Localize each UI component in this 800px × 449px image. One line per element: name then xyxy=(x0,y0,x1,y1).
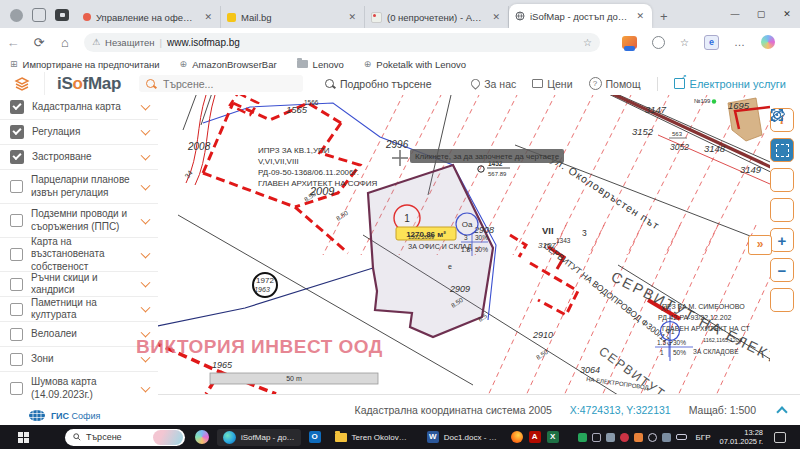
notification-center-icon[interactable] xyxy=(774,432,786,443)
collections-icon[interactable]: ☆ xyxy=(680,37,689,48)
full-extent-button[interactable] xyxy=(770,198,794,222)
new-tab-button[interactable]: + xyxy=(652,9,678,28)
chevron-down-icon[interactable] xyxy=(141,278,151,288)
checkbox-unchecked[interactable] xyxy=(10,214,23,227)
select-tool-button[interactable] xyxy=(770,138,794,162)
checkbox-unchecked[interactable] xyxy=(10,278,23,291)
refresh-icon[interactable]: ⟳ xyxy=(26,35,52,50)
close-button[interactable]: ✕ xyxy=(774,9,800,19)
checkbox-unchecked[interactable] xyxy=(10,180,23,193)
tray-icon[interactable] xyxy=(620,433,629,442)
minimize-button[interactable]: — xyxy=(722,9,748,19)
layer-row-development[interactable]: Застрояване xyxy=(0,145,158,170)
tab-actions-icon[interactable] xyxy=(55,9,69,21)
taskbar-word[interactable]: W Doc1.docx - … xyxy=(421,429,503,445)
chevron-down-icon[interactable] xyxy=(141,382,151,392)
layer-row-cadastral[interactable]: Кадастрална карта xyxy=(0,95,158,120)
geolocate-button[interactable] xyxy=(770,288,794,312)
chevron-down-icon[interactable] xyxy=(141,248,151,258)
map-search-box[interactable] xyxy=(139,75,303,92)
layer-row-underground[interactable]: Подземни проводи и съоръжения (ППС) xyxy=(0,204,158,238)
favorite-star-icon[interactable]: ☆ xyxy=(583,37,592,48)
checkbox-unchecked[interactable] xyxy=(10,248,23,261)
layer-row-parcel-plans[interactable]: Парцеларни планове извън регулация xyxy=(0,170,158,204)
bookmark-amazon[interactable]: ⊕ AmazonBrowserBar xyxy=(180,59,277,70)
tab-offers[interactable]: Управление на офертите - ✕ xyxy=(77,6,221,28)
chevron-down-icon[interactable] xyxy=(141,303,151,313)
nav-help[interactable]: ?Помощ xyxy=(589,77,641,90)
chevron-down-icon[interactable] xyxy=(141,214,151,224)
layer-row-bike-lanes[interactable]: Велоалеи xyxy=(0,322,158,347)
bookmark-poketalk[interactable]: ⊕ Poketalk with Lenovo xyxy=(364,59,466,70)
firefox-icon[interactable] xyxy=(511,431,523,443)
nav-eservices[interactable]: Електронни услуги xyxy=(674,78,786,90)
profile-avatar-icon[interactable] xyxy=(10,9,23,22)
outlook-icon[interactable]: O xyxy=(309,431,321,443)
zoom-out-button[interactable]: − xyxy=(770,258,794,282)
nav-about[interactable]: За нас xyxy=(471,78,516,90)
network-icon[interactable] xyxy=(648,433,657,442)
measure-tool-button[interactable] xyxy=(770,168,794,192)
close-tab-icon[interactable]: ✕ xyxy=(346,12,358,22)
chevron-down-icon[interactable] xyxy=(141,151,151,161)
address-input[interactable]: ⚠ Незащитен | www.isofmap.bg ☆ xyxy=(84,33,600,52)
bookmark-lenovo[interactable]: Lenovo xyxy=(297,59,344,70)
tray-icon[interactable] xyxy=(578,433,587,442)
isofmap-logo[interactable]: iSofMap xyxy=(57,74,121,94)
bookmark-import[interactable]: ⊞ Импортиране на предпочитани xyxy=(10,59,160,70)
taskbar-folder[interactable]: Teren Okolov… xyxy=(329,431,413,444)
checkbox-unchecked[interactable] xyxy=(10,303,23,316)
bluetooth-icon[interactable] xyxy=(662,433,671,442)
chevron-down-icon[interactable] xyxy=(141,101,151,111)
search-input[interactable] xyxy=(161,77,275,91)
panel-expand-button[interactable]: » xyxy=(748,235,772,255)
taskbar-clock[interactable]: 13:28 07.01.2025 г. xyxy=(719,428,763,447)
layer-row-noise-map[interactable]: Шумова карта (14.09.2023г.) xyxy=(0,372,158,405)
maximize-button[interactable]: ▢ xyxy=(748,9,774,19)
chevron-down-icon[interactable] xyxy=(141,126,151,136)
chevron-down-icon[interactable] xyxy=(141,180,151,190)
browser-essentials-icon[interactable] xyxy=(652,36,665,49)
tab-mailbg[interactable]: Mail.bg ✕ xyxy=(221,6,365,28)
taskbar-search[interactable]: Търсене xyxy=(65,429,185,446)
layer-row-monuments[interactable]: Паметници на културата xyxy=(0,297,158,322)
advanced-search-button[interactable]: Подробно търсене xyxy=(325,78,431,90)
close-tab-icon[interactable]: ✕ xyxy=(634,11,646,21)
layer-row-restored-property[interactable]: Карта на възстановената собственост xyxy=(0,238,158,272)
language-indicator[interactable]: БГР xyxy=(696,433,711,442)
layer-row-zones[interactable]: Зони xyxy=(0,347,158,372)
layer-row-regulation[interactable]: Регулация xyxy=(0,120,158,145)
checkbox-unchecked[interactable] xyxy=(10,328,23,341)
tab-abv-mail[interactable]: (0 непрочетени) - АБВ поща ✕ xyxy=(365,6,509,28)
checkbox-checked[interactable] xyxy=(10,100,24,114)
checkbox-checked[interactable] xyxy=(10,125,24,139)
back-icon[interactable]: ← xyxy=(0,35,26,50)
zoom-in-button[interactable]: + xyxy=(770,228,794,252)
layers-menu-button[interactable] xyxy=(0,72,45,95)
close-tab-icon[interactable]: ✕ xyxy=(202,12,214,22)
tray-icon[interactable] xyxy=(634,433,643,442)
tray-icon[interactable] xyxy=(592,433,601,442)
checkbox-unchecked[interactable] xyxy=(10,382,23,395)
close-tab-icon[interactable]: ✕ xyxy=(490,12,502,22)
layer-row-sketches[interactable]: Ръчни скици и хандриси xyxy=(0,272,158,297)
chevron-up-icon[interactable] xyxy=(776,406,787,417)
checkbox-unchecked[interactable] xyxy=(10,353,23,366)
tray-icon[interactable] xyxy=(606,433,615,442)
nav-prices[interactable]: Цени xyxy=(532,78,572,90)
checkbox-checked[interactable] xyxy=(10,150,24,164)
weather-widget[interactable] xyxy=(153,430,183,445)
battery-icon[interactable] xyxy=(676,434,687,440)
acrobat-icon[interactable]: A xyxy=(529,431,541,443)
settings-menu-icon[interactable]: … xyxy=(734,36,746,48)
start-button[interactable] xyxy=(18,432,29,443)
excel-icon[interactable]: X xyxy=(547,431,559,443)
extension-icon[interactable] xyxy=(622,36,637,49)
home-icon[interactable]: ⌂ xyxy=(52,35,78,50)
copilot-icon[interactable] xyxy=(761,35,775,49)
split-screen-icon[interactable]: e xyxy=(704,35,719,50)
workspaces-icon[interactable] xyxy=(32,8,46,22)
taskbar-edge-active[interactable]: iSofMap - до… xyxy=(217,429,301,446)
tab-isofmap-active[interactable]: iSofMap - достъп до цифрови д… ✕ xyxy=(509,4,652,28)
copilot-icon[interactable] xyxy=(195,430,209,444)
